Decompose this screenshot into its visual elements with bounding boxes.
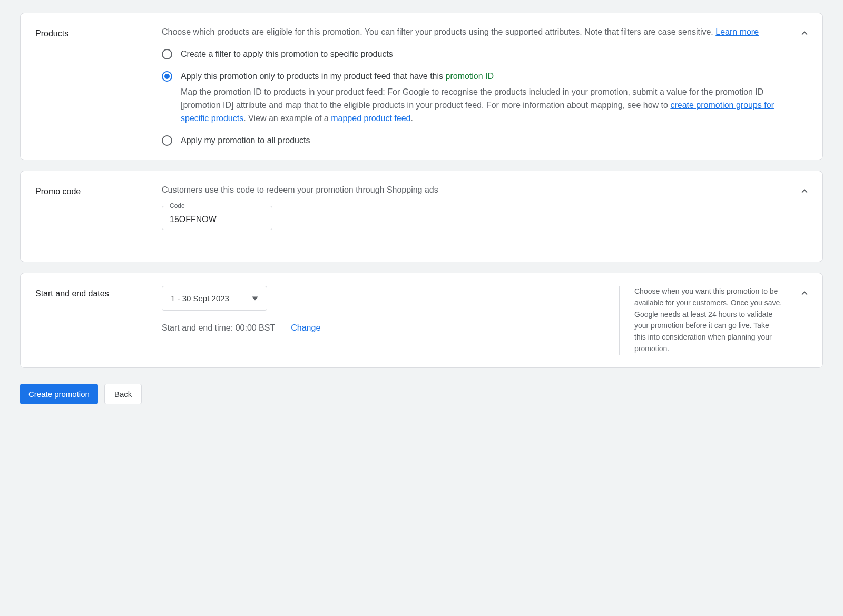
radio-promotion-id-label: Apply this promotion only to products in… xyxy=(181,70,782,83)
code-field-wrapper: Code xyxy=(162,206,272,230)
date-range-value: 1 - 30 Sept 2023 xyxy=(171,294,229,303)
learn-more-link[interactable]: Learn more xyxy=(715,27,759,36)
sub-mid: . View an example of a xyxy=(243,114,331,123)
radio-option-filter[interactable]: Create a filter to apply this promotion … xyxy=(162,48,782,61)
radio-all-label: Apply my promotion to all products xyxy=(181,134,310,147)
products-section: Products Choose which products are eligi… xyxy=(20,13,823,160)
promo-code-section: Promo code Customers use this code to re… xyxy=(20,171,823,262)
mapped-product-feed-link[interactable]: mapped product feed xyxy=(331,114,410,123)
radio-option-promotion-id[interactable]: Apply this promotion only to products in… xyxy=(162,70,782,125)
back-button[interactable]: Back xyxy=(104,384,142,404)
change-time-link[interactable]: Change xyxy=(291,323,320,333)
code-input[interactable] xyxy=(170,211,264,224)
dropdown-icon xyxy=(252,295,258,302)
products-title: Products xyxy=(35,26,162,147)
products-content: Choose which products are eligible for t… xyxy=(162,26,808,147)
promo-code-title: Promo code xyxy=(35,184,162,230)
radio-option-all[interactable]: Apply my promotion to all products xyxy=(162,134,782,147)
radio-filter[interactable] xyxy=(162,49,172,59)
dates-main: 1 - 30 Sept 2023 Start and end time: 00:… xyxy=(162,286,320,354)
chevron-up-icon[interactable] xyxy=(799,186,810,196)
code-field-label: Code xyxy=(168,202,187,210)
chevron-up-icon[interactable] xyxy=(799,288,810,299)
dates-help-text: Choose when you want this promotion to b… xyxy=(619,286,782,354)
dates-title: Start and end dates xyxy=(35,286,162,354)
date-range-select[interactable]: 1 - 30 Sept 2023 xyxy=(162,286,267,311)
time-row: Start and end time: 00:00 BST Change xyxy=(162,323,320,333)
radio-promo-text: Apply this promotion only to products in… xyxy=(181,72,446,81)
radio-promotion-id-sublabel: Map the promotion ID to products in your… xyxy=(181,86,782,125)
products-description: Choose which products are eligible for t… xyxy=(162,26,782,38)
dates-section: Start and end dates 1 - 30 Sept 2023 Sta… xyxy=(20,273,823,367)
products-desc-text: Choose which products are eligible for t… xyxy=(162,27,715,36)
radio-all[interactable] xyxy=(162,135,172,146)
radio-promotion-id[interactable] xyxy=(162,71,172,82)
chevron-up-icon[interactable] xyxy=(799,28,810,38)
footer-buttons: Create promotion Back xyxy=(20,384,823,404)
dates-content: 1 - 30 Sept 2023 Start and end time: 00:… xyxy=(162,286,808,354)
promotion-id-highlight: promotion ID xyxy=(446,72,494,81)
radio-filter-label: Create a filter to apply this promotion … xyxy=(181,48,393,61)
promo-code-description: Customers use this code to redeem your p… xyxy=(162,184,782,196)
create-promotion-button[interactable]: Create promotion xyxy=(20,384,98,404)
promo-code-content: Customers use this code to redeem your p… xyxy=(162,184,808,230)
time-label: Start and end time: 00:00 BST xyxy=(162,323,275,333)
sub-post: . xyxy=(410,114,413,123)
